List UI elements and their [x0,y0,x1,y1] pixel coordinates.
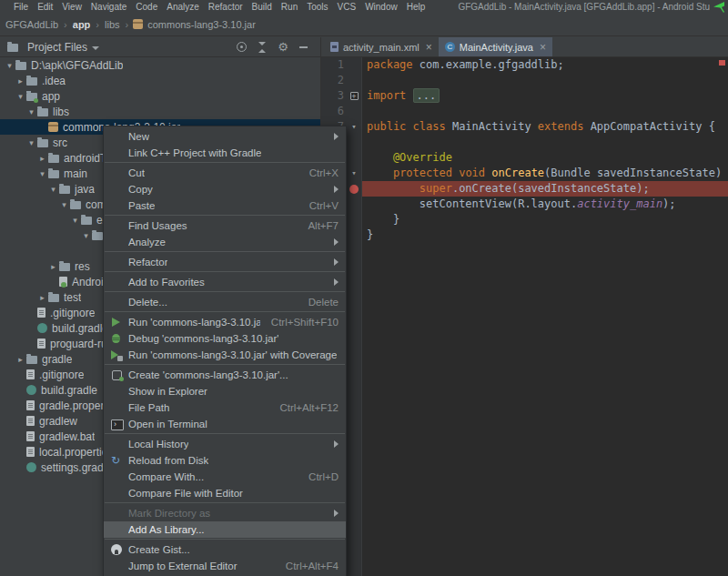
chevron-expanded-icon[interactable]: ▾ [58,200,70,209]
fold-open-icon[interactable]: ▾ [351,119,356,135]
collapse-all-icon[interactable] [258,42,267,53]
menu-item-label: Find Usages [128,220,187,231]
menu-icon-slot [109,296,124,308]
breadcrumb-item-commons-lang3-3-10-jar[interactable]: commons-lang3-3.10.jar [147,19,257,30]
menu-item-show-in-explorer[interactable]: Show in Explorer [104,383,346,399]
menu-item-create-commons-lang3-3-10-jar[interactable]: Create 'commons-lang3-3.10.jar'... [104,367,346,383]
menu-item-new[interactable]: New [104,128,346,145]
menu-item-cut[interactable]: CutCtrl+X [104,165,346,181]
menu-item-add-to-favorites[interactable]: Add to Favorites [104,274,346,290]
close-icon[interactable]: × [426,42,432,53]
menu-analyze[interactable]: Analyze [162,2,204,12]
menu-file[interactable]: File [9,2,33,12]
tab-mainactivity-java[interactable]: MainActivity.java× [439,37,552,56]
settings-gear-icon[interactable] [278,42,288,53]
menu-shortcut: Alt+F7 [297,220,339,231]
chevron-collapsed-icon[interactable]: ▸ [36,293,48,302]
menu-item-reload-from-disk[interactable]: Reload from Disk [104,452,346,469]
breadcrumb-separator-icon: › [126,19,129,30]
menu-item-label: Show in Explorer [128,386,207,397]
menu-item-debug-commons-lang3-3-10-jar[interactable]: Debug 'commons-lang3-3.10.jar' [104,330,346,347]
tree-item-libs[interactable]: ▾libs [0,104,320,119]
chevron-expanded-icon[interactable]: ▾ [80,231,92,240]
chevron-collapsed-icon[interactable]: ▸ [36,154,48,163]
code-line: 13 } [321,212,728,227]
menu-item-analyze[interactable]: Analyze [104,234,346,250]
menu-window[interactable]: Window [360,2,402,12]
code-line: 11 super.onCreate(savedInstanceState); [321,181,728,197]
menu-item-copy[interactable]: Copy [104,181,346,197]
panel-toolbar [237,42,311,53]
chevron-expanded-icon[interactable]: ▾ [4,61,15,70]
editor-area: activity_main.xml×MainActivity.java× 1pa… [320,37,728,576]
breadcrumb-item-gfgaddlib[interactable]: GFGAddLib [5,19,59,30]
menu-item-run-commons-lang3-3-10-jar[interactable]: Run 'commons-lang3-3.10.jar'Ctrl+Shift+F… [104,314,346,330]
chevron-expanded-icon[interactable]: ▾ [69,216,81,225]
fold-open-icon[interactable]: ▾ [351,166,356,181]
menu-bar: FileEditViewNavigateCodeAnalyzeRefactorB… [9,2,430,12]
menu-item-find-usages[interactable]: Find UsagesAlt+F7 [104,217,346,234]
menu-item-open-in-terminal[interactable]: Open in Terminal [104,416,346,432]
menu-vcs[interactable]: VCS [333,2,361,12]
close-icon[interactable]: × [540,42,546,53]
code-editor[interactable]: 1package com.example.gfgaddlib;23+import… [321,57,728,576]
menu-item-jump-to-external-editor[interactable]: Jump to External EditorCtrl+Alt+F4 [104,558,346,574]
menu-icon-slot [109,487,124,500]
menu-view[interactable]: View [57,2,86,12]
menu-navigate[interactable]: Navigate [86,2,131,12]
menu-item-compare-with[interactable]: Compare With...Ctrl+D [104,469,346,485]
menu-item-paste[interactable]: PasteCtrl+V [104,197,346,214]
hide-panel-icon[interactable] [299,46,308,48]
code-token: activity_main [577,197,662,210]
menu-item-add-as-library[interactable]: Add As Library... [104,521,346,538]
gutter: + [347,88,361,104]
menu-item-link-c-project-with-gradle[interactable]: Link C++ Project with Gradle [104,145,346,161]
gutter [347,197,361,212]
menu-item-compare-file-with-editor[interactable]: Compare File with Editor [104,485,346,501]
menu-shortcut: Delete [298,297,339,308]
chevron-expanded-icon[interactable]: ▾ [25,107,37,116]
code-token [367,182,420,195]
tree-item-d-apk-gfgaddlib[interactable]: ▾D:\apk\GFGAddLib [0,57,320,73]
breadcrumb-item-libs[interactable]: libs [104,19,121,30]
breadcrumb-item-app[interactable]: app [72,19,92,30]
menu-item-label: Jump to External Editor [128,561,238,571]
menu-refactor[interactable]: Refactor [204,2,248,12]
menu-item-delete[interactable]: Delete...Delete [104,294,346,310]
line-number: 3 [321,88,347,104]
menu-code[interactable]: Code [131,2,162,12]
chevron-collapsed-icon[interactable]: ▸ [15,76,26,86]
code-line: 6 [321,104,728,119]
menu-build[interactable]: Build [248,2,277,12]
menu-run[interactable]: Run [277,2,302,12]
menu-help[interactable]: Help [402,2,430,12]
code-token: @Override [367,151,452,164]
chevron-expanded-icon[interactable]: ▾ [15,92,26,101]
chevron-expanded-icon[interactable]: ▾ [25,138,37,147]
chevron-expanded-icon[interactable]: ▾ [47,185,59,194]
locate-icon[interactable] [237,42,247,52]
breakpoint-icon[interactable] [349,185,359,194]
menu-item-refactor[interactable]: Refactor [104,254,346,270]
project-folder-icon [7,44,18,52]
panel-title[interactable]: Project Files [27,41,87,54]
menu-item-local-history[interactable]: Local History [104,436,346,452]
menu-item-create-gist[interactable]: Create Gist... [104,541,346,558]
chevron-expanded-icon[interactable]: ▾ [36,169,48,178]
tree-item-idea[interactable]: ▸.idea [0,73,320,88]
chevron-collapsed-icon[interactable]: ▸ [47,262,59,271]
tab-activity-main-xml[interactable]: activity_main.xml× [324,37,439,56]
folder-icon [92,232,103,240]
menu-item-file-path[interactable]: File PathCtrl+Alt+F12 [104,399,346,416]
chevron-collapsed-icon[interactable]: ▸ [15,355,26,364]
chevron-down-icon[interactable] [92,46,99,50]
fold-plus-icon[interactable]: + [350,92,359,100]
menu-edit[interactable]: Edit [33,2,57,12]
folder-icon [81,217,92,225]
tree-item-label: gradlew [39,415,77,428]
gutter [347,181,361,197]
menu-tools[interactable]: Tools [302,2,332,12]
tree-item-app[interactable]: ▾app [0,88,320,104]
code-text: protected void onCreate(Bundle savedInst… [361,166,728,181]
menu-item-run-commons-lang3-3-10-jar-with-coverage[interactable]: Run 'commons-lang3-3.10.jar' with Covera… [104,347,346,363]
